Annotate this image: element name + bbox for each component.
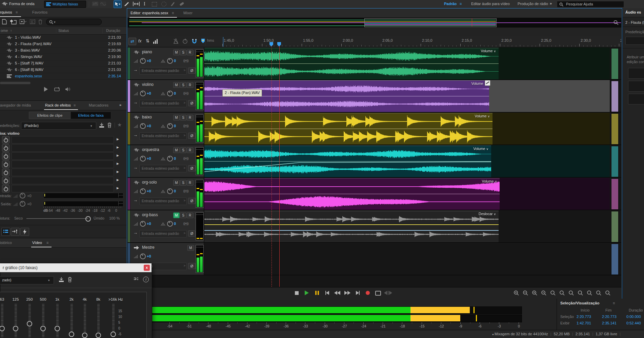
track-record-button[interactable]: R <box>187 50 193 55</box>
editor-menu-icon[interactable]: ≡ <box>172 11 174 15</box>
spectral-frequency-icon[interactable] <box>92 2 98 6</box>
rack-route-button[interactable] <box>11 228 20 236</box>
tab-favorites[interactable]: Favoritos <box>32 10 47 14</box>
stop-button[interactable] <box>293 290 301 296</box>
tab-editor[interactable]: Editor: espanhola.sesx <box>130 11 168 15</box>
tab-files[interactable]: rquivos <box>0 10 12 14</box>
track-record-button[interactable]: R <box>187 212 193 218</box>
volume-envelope-line[interactable] <box>204 146 491 177</box>
metering-toggle-icon[interactable] <box>152 38 159 44</box>
phase-button[interactable]: Ø <box>188 165 196 171</box>
track-mute-button[interactable]: M <box>173 212 180 218</box>
volume-value[interactable]: +0 <box>147 124 151 128</box>
zoom-v--button[interactable] <box>522 290 529 296</box>
col-status[interactable]: Status <box>58 29 69 33</box>
track-solo-button[interactable]: S <box>180 115 186 120</box>
record-button[interactable] <box>364 290 372 296</box>
track-name[interactable]: org-solo <box>142 180 157 185</box>
mix-slider[interactable] <box>26 218 88 219</box>
pan-value[interactable]: 0 <box>174 91 176 95</box>
track-header[interactable]: org-bassMSRI+00((•))→Entrada estéreo pad… <box>130 210 204 242</box>
audio-clip[interactable]: Volume ∨ <box>204 48 499 79</box>
tab-video[interactable]: Vídeo <box>32 241 42 245</box>
track-input-dropdown[interactable]: Entrada estéreo padrão> <box>139 100 187 107</box>
track-lane[interactable]: Deslocar ∨ <box>204 210 610 242</box>
audio-clip[interactable]: Volume ∨ <box>204 146 491 177</box>
track-input-dropdown[interactable]: Entrada estéreo padrão> <box>139 198 187 205</box>
track-lane[interactable]: Volume ∨ <box>204 178 610 210</box>
multitrack-view-button[interactable]: Múltiplas faixas <box>44 1 86 8</box>
effect-slot-arrow-icon[interactable]: ▶ <box>117 137 119 141</box>
effects-overflow-chevron[interactable]: » <box>119 103 121 107</box>
volume-value[interactable]: +0 <box>147 222 151 226</box>
effect-slot-power-button[interactable] <box>2 169 9 176</box>
track-lane[interactable]: Volume ∨ <box>204 48 610 79</box>
effect-slot-power-button[interactable] <box>2 136 9 144</box>
tab-essential-sound[interactable]: Áudio es <box>625 10 641 14</box>
rack-power-all-button[interactable] <box>20 228 29 236</box>
effect-slot[interactable] <box>12 161 114 168</box>
track-input-dropdown[interactable]: Entrada estéreo padrão> <box>139 67 187 75</box>
play-button[interactable] <box>303 290 311 296</box>
sidebar-type-button-3[interactable] <box>628 94 644 105</box>
track-lane[interactable]: Volume ∨ <box>204 80 610 112</box>
clip-envelope-label[interactable]: Volume ∨ <box>475 114 490 118</box>
view-start[interactable]: 1:42.701 <box>577 321 591 325</box>
track-name[interactable]: orquestra <box>142 147 159 152</box>
skip-to-start-button[interactable] <box>323 290 331 296</box>
insert-multitrack-icon[interactable] <box>30 19 35 24</box>
eq-slider-knob[interactable] <box>27 321 32 326</box>
track-input-dropdown[interactable]: Entrada estéreo padrão> <box>139 165 187 172</box>
phase-button[interactable]: Ø <box>188 133 196 139</box>
zoom-h--button[interactable] <box>540 290 547 296</box>
selection-panel-menu-icon[interactable]: ≡ <box>613 301 615 305</box>
eq-slider-track[interactable] <box>1 304 3 338</box>
loop-playback-icon[interactable] <box>182 38 188 44</box>
eq-slider-track[interactable] <box>56 304 59 338</box>
track-header[interactable]: org-soloMSRI+00((•))→Entrada estéreo pad… <box>130 178 204 210</box>
selection-start[interactable]: 2:20.773 <box>577 315 591 319</box>
track-lane[interactable] <box>204 243 610 275</box>
sidebar-type-button-2[interactable] <box>628 81 644 92</box>
effect-slot-power-button[interactable] <box>2 144 9 152</box>
track-mute-button[interactable]: M <box>173 147 180 153</box>
overview-navigator[interactable] <box>128 18 621 27</box>
effect-slot-power-button[interactable] <box>2 177 9 184</box>
files-panel-menu-icon[interactable]: ≡ <box>16 10 18 14</box>
video-menu-icon[interactable]: ≡ <box>46 241 48 245</box>
track-solo-button[interactable]: S <box>180 180 186 186</box>
track-input-dropdown[interactable]: Entrada estéreo padrão> <box>139 132 187 140</box>
eq-save-preset-icon[interactable] <box>59 277 64 282</box>
files-hscrollbar[interactable] <box>0 81 126 85</box>
eq-slider-track[interactable] <box>42 304 44 338</box>
pan-value[interactable]: 0 <box>174 156 176 161</box>
healing-brush-tool-icon[interactable] <box>179 1 184 6</box>
zoom-sel-button[interactable] <box>577 290 584 296</box>
clip-envelope-label[interactable]: Volume ∨ <box>473 147 488 151</box>
eq-slider-knob[interactable] <box>0 326 5 331</box>
crossfade-toggle-icon[interactable]: ⇄ <box>128 38 136 45</box>
eq-slider-knob[interactable] <box>82 333 87 338</box>
workspace-menu-icon[interactable]: ≡ <box>460 2 462 6</box>
track-header[interactable]: pianoMSRI+00((•))→Entrada estéreo padrão… <box>130 48 204 79</box>
zoom-h+-button[interactable] <box>531 290 538 296</box>
new-container-icon[interactable] <box>20 19 26 24</box>
track-solo-button[interactable]: S <box>180 212 186 218</box>
track-header[interactable]: baixoMSRI+00((•))→Entrada estéreo padrão… <box>130 113 204 145</box>
snap-magnet-icon[interactable] <box>192 38 197 44</box>
delete-preset-icon[interactable] <box>107 122 112 128</box>
effect-slot-power-button[interactable] <box>2 185 9 192</box>
mix-slider-knob[interactable] <box>85 216 91 222</box>
eq-slider-knob[interactable] <box>69 332 74 337</box>
volume-value[interactable]: +0 <box>147 189 151 193</box>
import-file-icon[interactable] <box>10 19 17 24</box>
col-duration[interactable]: Duração <box>106 29 120 33</box>
effects-rack-menu-icon[interactable]: ≡ <box>74 103 76 107</box>
volume-knob[interactable] <box>140 188 146 194</box>
zoom-in-button[interactable] <box>559 290 565 296</box>
razor-tool-icon[interactable] <box>124 1 129 6</box>
fast-forward-button[interactable] <box>343 290 351 296</box>
effect-slot-arrow-icon[interactable]: ▶ <box>117 186 119 190</box>
eq-preset-dropdown[interactable]: zado) ▾ <box>0 276 54 284</box>
selection-end[interactable]: 2:20.773 <box>602 315 617 319</box>
